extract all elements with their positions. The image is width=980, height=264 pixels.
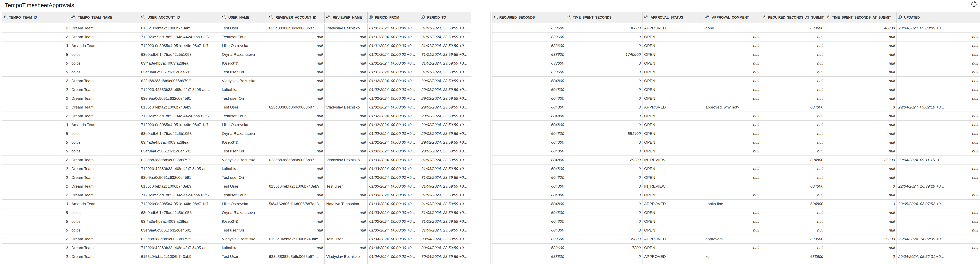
- cell[interactable]: 2: [2, 243, 70, 252]
- cell[interactable]: null: [897, 191, 980, 200]
- cell[interactable]: 31/03/2024, 23:59:59 +0…: [420, 182, 471, 191]
- cell[interactable]: 633600: [492, 261, 566, 264]
- cell[interactable]: null: [704, 130, 761, 138]
- cell[interactable]: null: [325, 138, 368, 147]
- cell[interactable]: null: [897, 209, 980, 217]
- cell[interactable]: 3: [2, 41, 70, 50]
- cell[interactable]: OPEN: [643, 59, 704, 68]
- cell[interactable]: Test User: [325, 182, 368, 191]
- column-header-approval_status[interactable]: ABCAPPROVAL_STATUS: [643, 12, 704, 23]
- cell[interactable]: null: [267, 59, 325, 68]
- cell[interactable]: null: [897, 94, 980, 103]
- cell[interactable]: Dream Team: [70, 94, 139, 103]
- cell[interactable]: 01/04/2024, 00:00:00 +0…: [368, 243, 420, 252]
- cell[interactable]: 31/03/2024, 23:59:59 +0…: [420, 173, 471, 182]
- cell[interactable]: Vladyslav Beznisko: [325, 252, 368, 261]
- cell[interactable]: null: [267, 226, 325, 235]
- cell[interactable]: 2: [2, 156, 70, 164]
- cell[interactable]: null: [897, 120, 980, 130]
- cell[interactable]: null: [267, 33, 325, 41]
- cell[interactable]: Dream Team: [70, 252, 139, 261]
- cell[interactable]: 0: [825, 182, 897, 191]
- cell[interactable]: 25200: [566, 156, 643, 164]
- cell[interactable]: 29/02/2024, 23:59:59 +0…: [420, 112, 471, 120]
- cell[interactable]: null: [825, 50, 897, 59]
- cell[interactable]: 0: [825, 200, 897, 209]
- cell[interactable]: 26/04/2024, 14:02:35 +0…: [897, 235, 980, 243]
- cell[interactable]: null: [325, 120, 368, 130]
- column-header-approval_comment[interactable]: ABCAPPROVAL_COMMENT: [704, 12, 761, 23]
- cell[interactable]: null: [704, 85, 761, 94]
- cell[interactable]: 5: [2, 226, 70, 235]
- cell[interactable]: null: [761, 33, 825, 41]
- cell[interactable]: null: [825, 130, 897, 138]
- cell[interactable]: 2: [2, 252, 70, 261]
- cell[interactable]: 0: [566, 226, 643, 235]
- cell[interactable]: null: [704, 209, 761, 217]
- cell[interactable]: Test User: [220, 252, 267, 261]
- cell[interactable]: 5: [2, 68, 70, 77]
- cell[interactable]: 5: [2, 59, 70, 68]
- cell[interactable]: Amanda Team: [70, 261, 139, 264]
- cell[interactable]: 0: [566, 68, 643, 77]
- cell[interactable]: 01/01/2024, 00:00:00 +0…: [368, 24, 420, 33]
- cell[interactable]: 46800: [566, 24, 643, 33]
- cell[interactable]: Dream Team: [70, 156, 139, 164]
- cell[interactable]: null: [897, 226, 980, 235]
- cell[interactable]: Not approved: [704, 261, 761, 264]
- cell[interactable]: OPEN: [643, 94, 704, 103]
- cell[interactable]: null: [761, 112, 825, 120]
- cell[interactable]: 604800: [761, 200, 825, 209]
- cell[interactable]: 01/03/2024, 00:00:00 +0…: [368, 156, 420, 164]
- cell[interactable]: 604800: [492, 138, 566, 147]
- cell[interactable]: 633600: [492, 59, 566, 68]
- cell[interactable]: 633600: [492, 24, 566, 33]
- cell[interactable]: 46800: [825, 24, 897, 33]
- cell[interactable]: 2: [2, 24, 70, 33]
- cell[interactable]: 30/04/2024, 23:59:59 +0…: [420, 252, 471, 261]
- cell[interactable]: 712020:42383b33-e68c-4fa7-8405-ad…: [139, 243, 220, 252]
- cell[interactable]: null: [761, 120, 825, 130]
- cell[interactable]: null: [325, 217, 368, 226]
- cell[interactable]: null: [825, 147, 897, 156]
- cell[interactable]: xd: [704, 252, 761, 261]
- cell[interactable]: null: [325, 164, 368, 173]
- cell[interactable]: null: [825, 138, 897, 147]
- cell[interactable]: 3: [2, 120, 70, 130]
- cell[interactable]: null: [825, 243, 897, 252]
- cell[interactable]: 0: [566, 200, 643, 209]
- cell[interactable]: OPEN: [643, 226, 704, 235]
- cell[interactable]: null: [704, 243, 761, 252]
- cell[interactable]: 2: [2, 182, 70, 191]
- cell[interactable]: kulbabka!: [220, 243, 267, 252]
- cell[interactable]: null: [267, 243, 325, 252]
- cell[interactable]: approved!: [704, 235, 761, 243]
- cell[interactable]: null: [761, 217, 825, 226]
- cell[interactable]: 0: [566, 252, 643, 261]
- cell[interactable]: null: [267, 173, 325, 182]
- cell[interactable]: Dream Team: [70, 243, 139, 252]
- cell[interactable]: null: [761, 68, 825, 77]
- cell[interactable]: [704, 156, 761, 164]
- cell[interactable]: 30/04/2024, 23:59:59 +0…: [420, 261, 471, 264]
- cell[interactable]: null: [897, 112, 980, 120]
- cell[interactable]: colbs: [70, 209, 139, 217]
- cell[interactable]: null: [897, 33, 980, 41]
- cell[interactable]: OPEN: [643, 68, 704, 77]
- cell[interactable]: null: [761, 164, 825, 173]
- cell[interactable]: null: [704, 173, 761, 182]
- cell[interactable]: 633600: [492, 252, 566, 261]
- cell[interactable]: null: [761, 138, 825, 147]
- cell[interactable]: Looks fine: [704, 200, 761, 209]
- cell[interactable]: 2: [2, 103, 70, 112]
- cell[interactable]: 29/04/2024, 09:02:18 +0…: [897, 103, 980, 112]
- cell[interactable]: 5: [2, 217, 70, 226]
- cell[interactable]: 01/02/2024, 00:00:00 +0…: [368, 147, 420, 156]
- cell[interactable]: Vladyslav Beznisko: [325, 156, 368, 164]
- cell[interactable]: 01/03/2024, 00:00:00 +0…: [368, 200, 420, 209]
- cell[interactable]: 31/03/2024, 23:59:59 +0…: [420, 200, 471, 209]
- cell[interactable]: null: [704, 41, 761, 50]
- cell[interactable]: 31/01/2024, 23:59:59 +0…: [420, 59, 471, 68]
- cell[interactable]: 29/04/2024, 09:11:15 +0…: [897, 156, 980, 164]
- cell[interactable]: null: [267, 94, 325, 103]
